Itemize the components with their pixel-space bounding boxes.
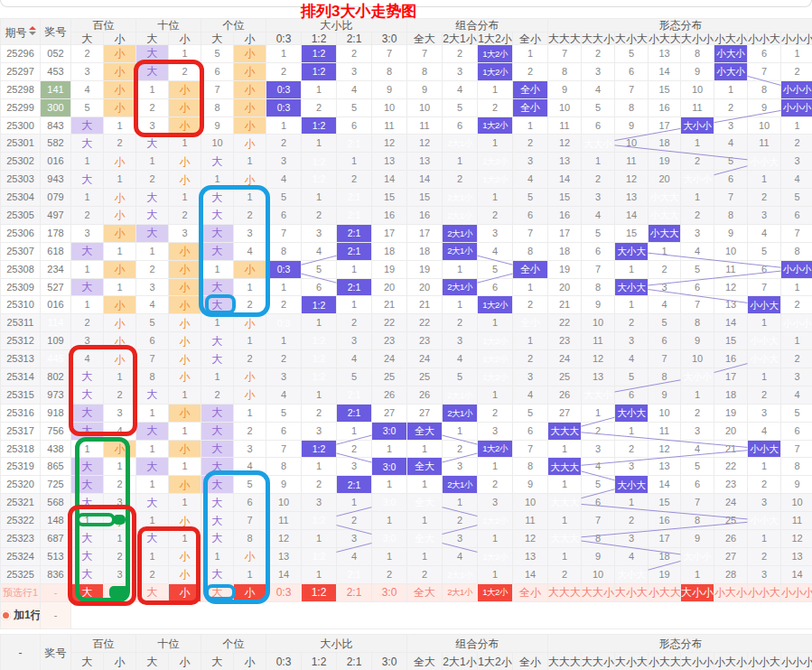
cell-tens-small: 2 — [169, 207, 201, 225]
cell-pattern-ssb: 小小大 — [748, 440, 781, 458]
preselect-option-pattern-ssb[interactable]: 小小大 — [748, 583, 781, 601]
cell-combo-all-big: 17 — [407, 224, 443, 242]
preselect-option-pattern-bbs[interactable]: 大大小 — [582, 583, 615, 601]
cell-pattern-ssb: 6 — [748, 45, 781, 63]
cell-ratio-2-1: 6 — [337, 116, 372, 135]
cell-pattern-bsb: 2 — [615, 440, 649, 458]
cell-hundreds-big: 1 — [71, 440, 104, 458]
preselect-option-ratio-2-1[interactable]: 2:1 — [337, 583, 372, 601]
cell-pattern-bsb: 7 — [615, 80, 649, 98]
period-row: 252960522小大15小11:227721大2小1725138小大小61 — [1, 45, 812, 63]
cell-units-small: 小 — [234, 260, 266, 278]
preselect-option-tens-small[interactable]: 小 — [169, 583, 201, 601]
cell-pattern-sss: 1 — [781, 45, 812, 63]
cell-tens-big: 2 — [136, 98, 169, 116]
preselect-option-pattern-bsb[interactable]: 大小大 — [615, 583, 649, 601]
cell-pattern-bsb: 2 — [615, 314, 649, 332]
cell-units-small: 4 — [234, 242, 266, 260]
preselect-option-pattern-sbs[interactable]: 小大小 — [714, 583, 748, 601]
cell-hundreds-big: 3 — [71, 332, 104, 350]
cell-pattern-bss: 3 — [681, 422, 714, 440]
cell-ratio-0-3: 8 — [266, 242, 302, 260]
cell-combo-all-big: 全大 — [407, 530, 443, 548]
header-group: 形态分布 — [548, 19, 812, 33]
cell-combo-all-small: 12 — [513, 530, 548, 548]
cell-combo-all-small: 9 — [513, 476, 548, 494]
preselect-option-combo-all-big[interactable]: 全大 — [407, 583, 443, 601]
cell-combo-1big2small: 3 — [478, 494, 513, 512]
cell-pattern-sbb: 小大大 — [649, 653, 681, 670]
cell-combo-1big2small: 1大2小 — [478, 296, 513, 314]
preselect-option-pattern-bbb[interactable]: 大大大 — [548, 583, 582, 601]
cell-ratio-3-0: 12 — [372, 135, 407, 153]
cell-combo-1big2small: 1 — [478, 135, 513, 153]
preselect-option-hundreds-small[interactable]: 小 — [104, 583, 136, 601]
cell-combo-2big1small: 2大1小 — [443, 565, 478, 583]
cell-units-small: 小 — [234, 62, 266, 80]
preselect-option-combo-2big1small[interactable]: 2大1小 — [443, 583, 478, 601]
cell-ratio-1-2: 1:2 — [302, 350, 337, 368]
preselect-option-combo-all-small[interactable]: 全小 — [513, 583, 548, 601]
cell-ratio-0-3: 1 — [266, 278, 302, 296]
cell-hundreds-big: 1 — [71, 512, 104, 530]
cell-tens-big: 1 — [136, 476, 169, 494]
cell-units-big: 大 — [201, 224, 234, 242]
cell-pattern-ssb: 7 — [748, 62, 781, 80]
cell-pattern-ssb: 3 — [748, 494, 781, 512]
cell-pattern-bss: 1 — [681, 189, 714, 207]
cell-pattern-bbs: 10 — [582, 314, 615, 332]
cell-pattern-sbs: 22 — [714, 458, 748, 476]
cell-pattern-sss: 7 — [781, 440, 812, 458]
winning-number-group3: 445 — [41, 350, 71, 368]
cell-hundreds-small: 小 — [104, 33, 136, 45]
preselect-option-ratio-3-0[interactable]: 3:0 — [372, 583, 407, 601]
preselect-option-pattern-sss[interactable]: 小小小 — [781, 583, 812, 601]
cell-ratio-1-2: 1 — [302, 314, 337, 332]
cell-combo-all-big: 14 — [407, 171, 443, 189]
cell-tens-big: 7 — [136, 350, 169, 368]
preselect-option-units-big[interactable]: 大 — [201, 583, 234, 601]
cell-combo-all-big: 25 — [407, 368, 443, 386]
cell-pattern-bbs: 12 — [582, 350, 615, 368]
preselect-option-combo-1big2small[interactable]: 1大2小 — [478, 583, 513, 601]
cell-pattern-sbs: 3 — [714, 116, 748, 135]
preselect-option-hundreds-big[interactable]: 大 — [71, 583, 104, 601]
cell-pattern-sbb: 15 — [649, 80, 681, 98]
cell-pattern-sbb: 17 — [649, 116, 681, 135]
sort-icon[interactable] — [29, 26, 36, 35]
cell-combo-all-big: 1 — [407, 512, 443, 530]
cell-combo-all-big: 7 — [407, 45, 443, 63]
cell-ratio-0-3: 6 — [266, 207, 302, 225]
cell-pattern-bbs: 3 — [582, 189, 615, 207]
preselect-option-pattern-sbb[interactable]: 小大大 — [649, 583, 681, 601]
preselect-option-ratio-0-3[interactable]: 0:3 — [266, 583, 302, 601]
header-period: - — [1, 635, 41, 670]
cell-combo-1big2small: 1大2小 — [478, 62, 513, 80]
cell-units-big: 大 — [201, 494, 234, 512]
cell-combo-1big2small: 2 — [478, 404, 513, 422]
cell-combo-2big1small: 5 — [443, 98, 478, 116]
cell-ratio-1-2: 1:2 — [302, 171, 337, 189]
preselect-option-ratio-1-2[interactable]: 1:2 — [302, 583, 337, 601]
cell-hundreds-big: 2 — [71, 314, 104, 332]
preselect-option-pattern-bss[interactable]: 大小小 — [681, 583, 714, 601]
cell-units-big: 大 — [201, 404, 234, 422]
cell-ratio-0-3: 4 — [266, 386, 302, 404]
cell-tens-small: 小 — [169, 350, 201, 368]
add-row-button[interactable]: 加1行 — [1, 601, 41, 628]
cell-combo-all-small: 11 — [513, 512, 548, 530]
cell-period: 25299 — [1, 98, 41, 116]
preselect-option-units-small[interactable]: 小 — [234, 583, 266, 601]
radio-orange-icon[interactable] — [1, 610, 11, 620]
cell-tens-small: 小 — [169, 80, 201, 98]
cell-units-small: 小 — [234, 116, 266, 135]
header-period[interactable]: 期号 — [1, 19, 41, 45]
cell-combo-all-small: 4 — [513, 171, 548, 189]
cell-pattern-bbb: 15 — [548, 189, 582, 207]
preselect-option-tens-big[interactable]: 大 — [136, 583, 169, 601]
cell-tens-big: 1 — [136, 404, 169, 422]
cell-pattern-bbs: 4 — [582, 207, 615, 225]
cell-tens-small: 小 — [169, 116, 201, 135]
cell-pattern-sbb: 11 — [649, 422, 681, 440]
cell-period: 25300 — [1, 116, 41, 135]
